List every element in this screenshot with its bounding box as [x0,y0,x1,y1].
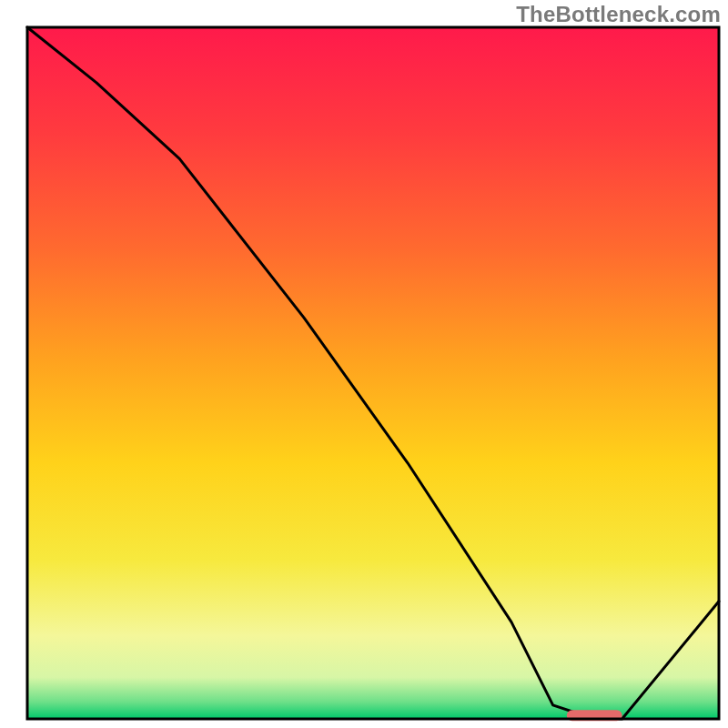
chart-container: TheBottleneck.com [0,0,728,728]
bottleneck-chart [0,0,728,728]
plot-background [27,27,719,719]
watermark-text: TheBottleneck.com [516,2,721,27]
